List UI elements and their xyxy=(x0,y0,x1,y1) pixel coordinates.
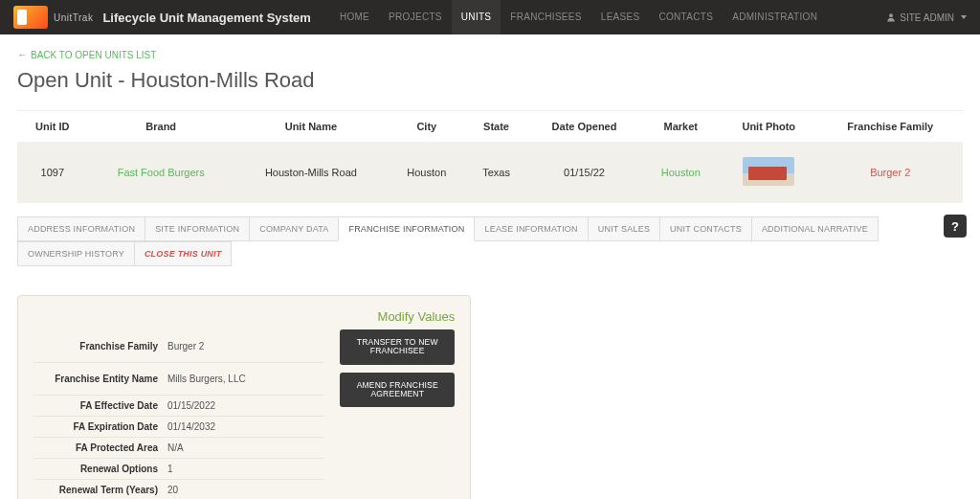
detail-row: FA Effective Date01/15/2022 xyxy=(33,395,324,416)
franchise-info-panel: Modify Values Franchise FamilyBurger 2Fr… xyxy=(17,295,471,499)
nav-administration[interactable]: ADMINISTRATION xyxy=(723,0,827,34)
col-header: State xyxy=(466,111,527,142)
detail-value: Mills Burgers, LLC xyxy=(167,374,324,384)
nav-franchisees[interactable]: FRANCHISEES xyxy=(501,0,590,34)
svg-point-0 xyxy=(889,13,893,17)
tab-additional-narrative[interactable]: ADDITIONAL NARRATIVE xyxy=(751,216,879,241)
back-link-label: BACK TO OPEN UNITS LIST xyxy=(31,50,156,60)
tab-franchise-information[interactable]: FRANCHISE INFORMATION xyxy=(338,216,475,241)
tab-close-this-unit[interactable]: CLOSE THIS UNIT xyxy=(134,241,233,266)
detail-row: FA Expiration Date01/14/2032 xyxy=(33,416,324,437)
col-header: Date Opened xyxy=(527,111,642,142)
tab-lease-information[interactable]: LEASE INFORMATION xyxy=(474,216,588,241)
tab-unit-contacts[interactable]: UNIT CONTACTS xyxy=(659,216,752,241)
detail-list: Franchise FamilyBurger 2Franchise Entity… xyxy=(33,329,324,499)
logo-text: UnitTrak xyxy=(54,12,93,23)
col-header: Unit Name xyxy=(234,111,388,142)
panel-actions: TRANSFER TO NEW FRANCHISEE AMEND FRANCHI… xyxy=(340,329,455,407)
detail-value: Burger 2 xyxy=(167,341,324,352)
detail-value: 01/15/2022 xyxy=(167,400,324,411)
detail-row: Renewal Term (Years)20 xyxy=(33,479,324,499)
nav-items: HOMEPROJECTSUNITSFRANCHISEESLEASESCONTAC… xyxy=(330,0,886,34)
page-title: Open Unit - Houston-Mills Road xyxy=(17,68,963,93)
tab-company-data[interactable]: COMPANY DATA xyxy=(249,216,339,241)
help-button[interactable]: ? xyxy=(944,215,967,238)
nav-units[interactable]: UNITS xyxy=(452,0,501,34)
tab-unit-sales[interactable]: UNIT SALES xyxy=(588,216,660,241)
cell-market: Houston xyxy=(642,142,721,203)
detail-label: FA Effective Date xyxy=(33,400,167,411)
user-icon xyxy=(886,12,896,22)
detail-value: 20 xyxy=(167,485,324,495)
col-header: Brand xyxy=(88,111,234,142)
transfer-button[interactable]: TRANSFER TO NEW FRANCHISEE xyxy=(340,329,455,365)
detail-label: Franchise Family xyxy=(33,341,167,352)
detail-row: Franchise FamilyBurger 2 xyxy=(33,329,324,362)
unit-photo-thumb[interactable] xyxy=(743,157,794,186)
user-label: SITE ADMIN xyxy=(900,12,954,23)
col-header: City xyxy=(388,111,466,142)
col-header: Market xyxy=(642,111,721,142)
logo[interactable]: UnitTrak xyxy=(13,6,93,29)
nav-contacts[interactable]: CONTACTS xyxy=(650,0,724,34)
detail-label: FA Protected Area xyxy=(33,442,167,453)
detail-label: Renewal Term (Years) xyxy=(33,485,167,495)
market-link[interactable]: Houston xyxy=(661,167,701,178)
user-menu[interactable]: SITE ADMIN xyxy=(886,12,967,23)
col-header: Unit ID xyxy=(17,111,88,142)
top-navbar: UnitTrak Lifecycle Unit Management Syste… xyxy=(0,0,980,34)
cell-unit-id: 1097 xyxy=(17,142,88,203)
cell-state: Texas xyxy=(466,142,527,203)
tab-ownership-history[interactable]: OWNERSHIP HISTORY xyxy=(17,241,135,266)
detail-label: FA Expiration Date xyxy=(33,421,167,432)
detail-row: Franchise Entity NameMills Burgers, LLC xyxy=(33,362,324,395)
modify-values-link[interactable]: Modify Values xyxy=(378,309,456,324)
brand-link[interactable]: Fast Food Burgers xyxy=(118,167,205,178)
detail-label: Franchise Entity Name xyxy=(33,374,167,384)
app-title: Lifecycle Unit Management System xyxy=(102,11,310,25)
amend-button[interactable]: AMEND FRANCHISE AGREEMENT xyxy=(340,373,455,408)
nav-projects[interactable]: PROJECTS xyxy=(379,0,452,34)
detail-value: 01/14/2032 xyxy=(167,421,324,432)
back-link[interactable]: BACK TO OPEN UNITS LIST xyxy=(17,49,156,60)
franchise-family-link[interactable]: Burger 2 xyxy=(870,167,910,178)
cell-brand: Fast Food Burgers xyxy=(88,142,234,203)
chevron-down-icon xyxy=(961,15,967,19)
detail-label: Renewal Options xyxy=(33,464,167,474)
detail-row: FA Protected AreaN/A xyxy=(33,437,324,458)
detail-row: Renewal Options1 xyxy=(33,458,324,479)
cell-franchise-family: Burger 2 xyxy=(817,142,963,203)
table-row: 1097 Fast Food Burgers Houston-Mills Roa… xyxy=(17,142,963,203)
detail-value: 1 xyxy=(167,464,324,474)
nav-leases[interactable]: LEASES xyxy=(591,0,650,34)
tab-site-information[interactable]: SITE INFORMATION xyxy=(145,216,250,241)
unit-summary-table: Unit IDBrandUnit NameCityStateDate Opene… xyxy=(17,111,963,203)
cell-city: Houston xyxy=(388,142,466,203)
cell-date-opened: 01/15/22 xyxy=(527,142,642,203)
col-header: Unit Photo xyxy=(720,111,817,142)
detail-value: N/A xyxy=(167,442,324,453)
cell-unit-photo xyxy=(720,142,817,203)
nav-home[interactable]: HOME xyxy=(330,0,379,34)
tab-address-information[interactable]: ADDRESS INFORMATION xyxy=(17,216,145,241)
col-header: Franchise Family xyxy=(817,111,963,142)
logo-icon xyxy=(13,6,48,29)
cell-unit-name: Houston-Mills Road xyxy=(234,142,388,203)
tab-strip: ADDRESS INFORMATIONSITE INFORMATIONCOMPA… xyxy=(17,216,963,266)
